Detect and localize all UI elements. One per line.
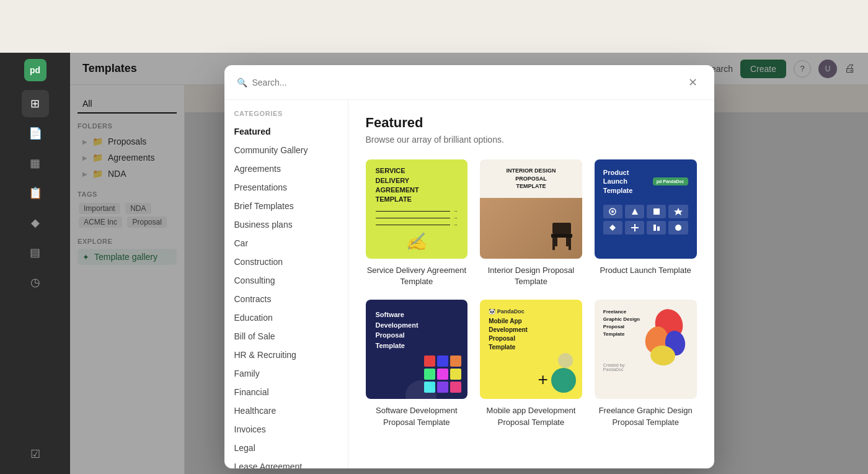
shape-8 [668, 221, 688, 235]
category-consulting[interactable]: Consulting [224, 271, 348, 290]
product-shapes [603, 205, 688, 235]
mobile-shapes [551, 368, 576, 393]
svg-point-15 [675, 225, 681, 231]
left-sidebar: pd ⊞ 📄 ▦ 📋 ◆ ▤ ◷ ☑ [0, 53, 70, 474]
shape-svg-8 [674, 223, 683, 232]
template-mobile-app[interactable]: 🐼 PandaDoc Mobile AppDevelopmentProposal… [480, 300, 582, 427]
category-agreements[interactable]: Agreements [224, 159, 348, 178]
template-modal: 🔍 ✕ CATEGORIES Featured Community Galler… [224, 65, 714, 468]
close-button[interactable]: ✕ [684, 74, 702, 91]
shape-svg-2 [631, 207, 639, 216]
category-hr-recruiting[interactable]: HR & Recruiting [224, 346, 348, 364]
shape-2 [625, 205, 644, 218]
mobile-bg: 🐼 PandaDoc Mobile AppDevelopmentProposal… [480, 300, 582, 399]
shape-5 [603, 221, 622, 235]
category-lease[interactable]: Lease Agreement Templates [224, 457, 348, 468]
sidebar-icon-clock[interactable]: ◷ [22, 269, 49, 296]
sw-shape-6 [450, 369, 461, 380]
product-header: ProductLaunchTemplate pd PandaDoc [603, 168, 688, 195]
shape-svg-6 [631, 223, 639, 232]
template-interior-design[interactable]: INTERIOR DESIGNPROPOSALTEMPLATE [480, 159, 582, 287]
template-label-freelance: Freelance Graphic Design Proposal Templa… [595, 405, 697, 427]
template-freelance-graphic[interactable]: FreelanceGraphic DesignProposalTemplate [595, 300, 697, 427]
featured-title: Featured [366, 115, 697, 131]
sidebar-icon-diamond[interactable]: ◆ [22, 209, 49, 236]
sidebar-icon-checkbox[interactable]: ☑ [22, 440, 49, 468]
thumb-service-arrows: → → → [376, 208, 458, 229]
category-education[interactable]: Education [224, 308, 348, 327]
freelance-title: FreelanceGraphic DesignProposalTemplate [603, 308, 688, 338]
product-logo-badge: pd PandaDoc [653, 177, 688, 186]
shape-3 [647, 205, 666, 218]
category-presentations[interactable]: Presentations [224, 178, 348, 197]
freelance-bg: FreelanceGraphic DesignProposalTemplate [595, 300, 697, 399]
template-label-interior: Interior Design Proposal Template [480, 265, 582, 287]
mobile-circle-green [551, 368, 576, 393]
freelance-created-by: Created by:PandaDoc [603, 363, 688, 372]
shape-7 [647, 221, 666, 235]
category-bill-of-sale[interactable]: Bill of Sale [224, 327, 348, 346]
shape-svg-7 [652, 223, 661, 232]
category-invoices[interactable]: Invoices [224, 420, 348, 439]
svg-rect-9 [653, 208, 660, 215]
sw-shape-9 [450, 382, 461, 393]
search-input[interactable] [252, 78, 684, 87]
sidebar-icon-chart[interactable]: ▤ [22, 239, 49, 266]
sw-shape-2 [437, 356, 448, 367]
category-contracts[interactable]: Contracts [224, 290, 348, 308]
category-car[interactable]: Car [224, 234, 348, 253]
category-construction[interactable]: Construction [224, 253, 348, 271]
arrow-line-1: → [376, 208, 458, 214]
category-family[interactable]: Family [224, 364, 348, 383]
chair-svg [546, 220, 577, 254]
mobile-circle-gray [558, 353, 573, 368]
category-brief-templates[interactable]: Brief Templates [224, 197, 348, 215]
template-product-launch[interactable]: ProductLaunchTemplate pd PandaDoc [595, 159, 697, 287]
svg-rect-13 [653, 225, 656, 231]
template-thumb-mobile: 🐼 PandaDoc Mobile AppDevelopmentProposal… [480, 300, 582, 399]
template-service-delivery[interactable]: SERVICEDELIVERYAGREEMENTTEMPLATE → → [366, 159, 468, 287]
svg-rect-14 [657, 226, 660, 231]
interior-room [480, 198, 582, 259]
shape-svg-5 [608, 223, 617, 232]
template-software-development[interactable]: SoftwareDevelopmentProposalTemplate [366, 300, 468, 427]
svg-rect-0 [552, 223, 571, 234]
shape-svg-3 [652, 207, 661, 216]
modal-body: CATEGORIES Featured Community Gallery Ag… [224, 100, 714, 468]
modal-categories-sidebar: CATEGORIES Featured Community Gallery Ag… [224, 100, 348, 468]
arrow-line-2: → [376, 215, 458, 221]
shape-6 [625, 221, 644, 235]
sidebar-icon-table[interactable]: ▦ [22, 150, 49, 177]
sw-shape-8 [437, 382, 448, 393]
category-legal[interactable]: Legal [224, 439, 348, 457]
category-healthcare[interactable]: Healthcare [224, 401, 348, 420]
featured-subtitle: Browse our array of brilliant options. [366, 135, 697, 145]
mobile-logo: 🐼 PandaDoc [489, 308, 525, 315]
sw-shape-3 [450, 356, 461, 367]
shape-svg-4 [674, 207, 683, 216]
software-title: SoftwareDevelopmentProposalTemplate [376, 310, 418, 351]
svg-rect-5 [566, 238, 569, 246]
svg-rect-3 [569, 238, 571, 250]
svg-rect-4 [555, 238, 557, 246]
template-label-mobile: Mobile app Development Proposal Template [480, 405, 582, 427]
modal-overlay: 🔍 ✕ CATEGORIES Featured Community Galler… [70, 53, 868, 474]
sidebar-icon-clipboard[interactable]: 📋 [22, 179, 49, 207]
sidebar-icon-file[interactable]: 📄 [22, 120, 49, 147]
template-label-software: Software Development Proposal Template [366, 405, 468, 427]
software-bg: SoftwareDevelopmentProposalTemplate [366, 300, 468, 399]
sidebar-icon-grid[interactable]: ⊞ [22, 90, 49, 117]
shape-svg-1 [608, 207, 617, 216]
template-thumb-software: SoftwareDevelopmentProposalTemplate [366, 300, 468, 399]
template-thumb-freelance: FreelanceGraphic DesignProposalTemplate [595, 300, 697, 399]
arrow-line-3: → [376, 222, 458, 228]
sw-shape-4 [424, 369, 435, 380]
category-community-gallery[interactable]: Community Gallery [224, 141, 348, 159]
category-financial[interactable]: Financial [224, 383, 348, 401]
mobile-plus: + [538, 370, 547, 390]
category-featured[interactable]: Featured [224, 122, 348, 141]
category-business-plans[interactable]: Business plans [224, 215, 348, 234]
template-label-service: Service Delivery Agreement Template [366, 265, 468, 287]
line [376, 211, 451, 212]
svg-marker-10 [674, 208, 683, 215]
